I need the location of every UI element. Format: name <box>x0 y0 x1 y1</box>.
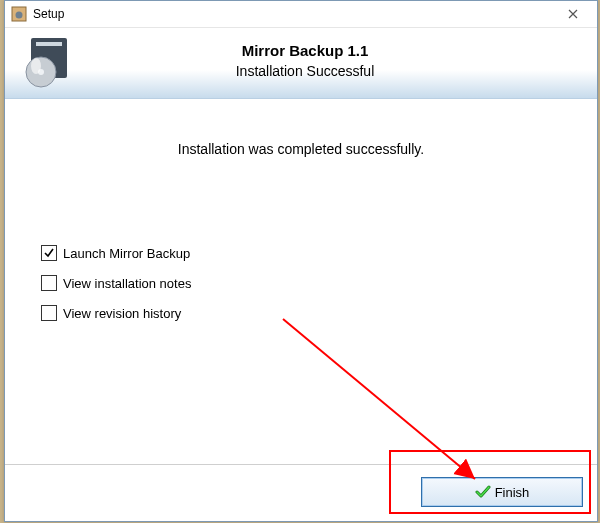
checkmark-icon <box>475 485 491 499</box>
titlebar: Setup <box>5 1 597 28</box>
option-label: View installation notes <box>63 276 191 291</box>
option-launch[interactable]: Launch Mirror Backup <box>41 245 571 261</box>
app-icon <box>11 6 27 22</box>
checkbox-icon <box>41 275 57 291</box>
header-banner: Mirror Backup 1.1 Installation Successfu… <box>5 28 597 99</box>
window-title: Setup <box>33 7 553 21</box>
close-button[interactable] <box>553 4 593 24</box>
setup-window: Setup Mirror Backup 1.1 Installation Suc… <box>4 0 598 522</box>
header-text: Mirror Backup 1.1 Installation Successfu… <box>83 28 597 79</box>
installer-icon <box>19 34 83 90</box>
option-label: Launch Mirror Backup <box>63 246 190 261</box>
options-group: Launch Mirror Backup View installation n… <box>41 245 571 321</box>
finish-button[interactable]: Finish <box>421 477 583 507</box>
close-icon <box>568 9 578 19</box>
footer: Finish <box>5 464 597 521</box>
option-history[interactable]: View revision history <box>41 305 571 321</box>
checkbox-icon <box>41 305 57 321</box>
option-notes[interactable]: View installation notes <box>41 275 571 291</box>
header-title: Mirror Backup 1.1 <box>83 42 527 59</box>
svg-line-8 <box>283 319 475 479</box>
finish-label: Finish <box>495 485 530 500</box>
svg-point-1 <box>16 12 23 19</box>
success-message: Installation was completed successfully. <box>31 141 571 157</box>
option-label: View revision history <box>63 306 181 321</box>
svg-point-6 <box>31 58 41 74</box>
body: Installation was completed successfully.… <box>5 141 597 321</box>
svg-rect-3 <box>36 42 62 46</box>
checkbox-icon <box>41 245 57 261</box>
header-subtitle: Installation Successful <box>83 63 527 79</box>
